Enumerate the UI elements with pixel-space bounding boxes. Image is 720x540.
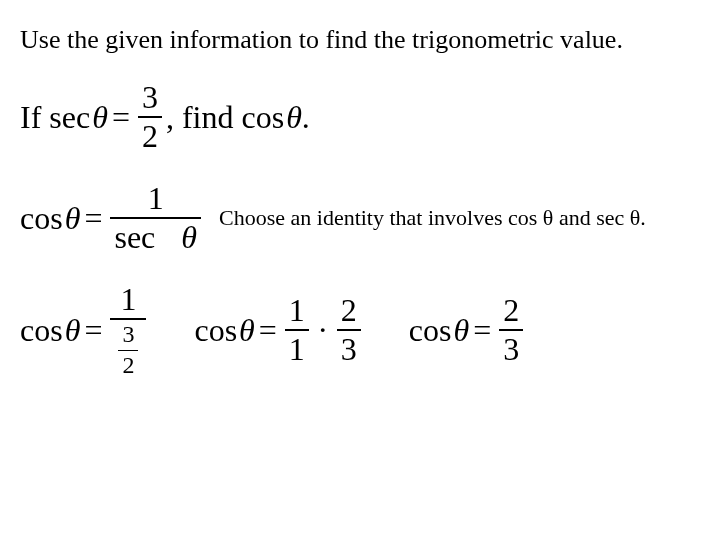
solution-steps: cos θ = 1 3 2 cos θ = 1 [20,283,700,378]
identity-denominator: sec θ [110,221,201,255]
result-den: 3 [499,333,523,367]
fraction-bar [118,350,138,351]
step2-fraction-b: 2 3 [333,294,365,367]
cos-label: cos [241,99,286,136]
problem-math: If sec θ = 3 2 , find cos θ . [20,81,310,154]
theta-symbol: θ [181,219,197,255]
cos-label: cos [20,200,65,237]
equals-sign: = [255,312,281,349]
nested-fraction: 3 2 [114,322,142,377]
frac-b-num: 2 [337,294,361,328]
step1-numerator: 1 [116,283,140,317]
theta-symbol: θ [92,99,108,136]
theta-symbol: θ [286,99,302,136]
period: . [302,99,310,136]
given-denominator: 2 [138,120,162,154]
step-2: cos θ = 1 1 · 2 3 [194,294,364,367]
cos-label: cos [409,312,454,349]
step-3: cos θ = 2 3 [409,294,527,367]
equals-sign: = [80,200,106,237]
equals-sign: = [80,312,106,349]
nested-den: 2 [118,353,138,378]
sec-label: sec [114,219,157,255]
frac-b-den: 3 [337,333,361,367]
theta-symbol: θ [65,312,81,349]
given-numerator: 3 [138,81,162,115]
fraction-bar [110,318,146,320]
given-fraction: 3 2 [134,81,166,154]
cos-label: cos [20,312,65,349]
equals-sign: = [108,99,134,136]
word-find: find [182,99,234,136]
theta-symbol: θ [65,200,81,237]
word-if: If [20,99,41,136]
result-num: 2 [499,294,523,328]
instruction-text: Use the given information to find the tr… [20,24,700,57]
nested-num: 3 [118,322,138,347]
sec-label: sec [49,99,92,136]
comma: , [166,99,174,136]
frac-a-den: 1 [285,333,309,367]
identity-numerator: 1 [144,182,168,216]
step2-fraction-a: 1 1 [281,294,313,367]
result-fraction: 2 3 [495,294,527,367]
problem-statement: If sec θ = 3 2 , find cos θ . [20,81,700,154]
hint-text: Choose an identity that involves cos θ a… [219,205,646,231]
theta-symbol: θ [454,312,470,349]
cos-label: cos [194,312,239,349]
step1-fraction: 1 3 2 [106,283,150,378]
equals-sign: = [469,312,495,349]
multiply-dot: · [313,312,333,349]
identity-row: cos θ = 1 sec θ Choose an identity that … [20,182,700,255]
identity-fraction: 1 sec θ [106,182,205,255]
theta-symbol: θ [239,312,255,349]
step1-denominator: 3 2 [110,322,146,377]
identity-math: cos θ = 1 sec θ [20,182,205,255]
frac-a-num: 1 [285,294,309,328]
step-1: cos θ = 1 3 2 [20,283,150,378]
